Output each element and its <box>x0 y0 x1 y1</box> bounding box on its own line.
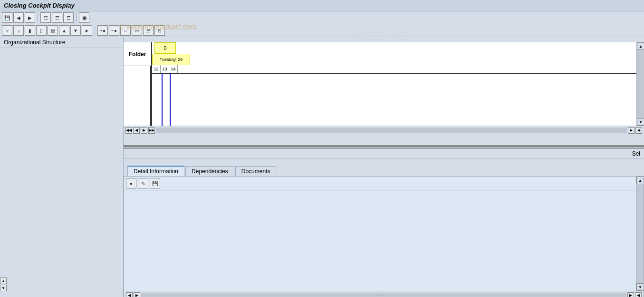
separator-1 <box>38 13 38 22</box>
calendar-area: 0 Tuesday, 26 12 13 14 <box>152 42 644 126</box>
detail-hscroll-right-end[interactable]: ▶ <box>627 292 634 297</box>
layout-button[interactable]: ▣ <box>79 12 89 23</box>
vscroll-up[interactable]: ▲ <box>637 42 644 50</box>
detail-display-button[interactable]: ● <box>126 178 136 188</box>
fit-button[interactable]: ↔ <box>120 25 131 36</box>
week-number-cell: 0 <box>154 42 176 54</box>
dots-top: · · · · · · · · · · · <box>124 37 644 42</box>
grid-section: · · · · · · · · · · · Folder 0 <box>124 37 644 147</box>
print-button[interactable]: ▮ <box>25 25 35 36</box>
day-numbers-row: 12 13 14 <box>152 65 178 73</box>
folder-column: Folder <box>124 42 152 126</box>
grid-hscroll: ◀◀ ◀ ▶ ▶▶ · · · · · · · ▶ ◀ <box>124 126 644 134</box>
more-button[interactable]: ► <box>82 25 92 36</box>
secondary-toolbar: ▿ ▵ ▮ ▯ ▤ ▲ ▼ ► +● −● ↔ ▿▿ ☰ ⎘ <box>0 24 644 37</box>
detail-content-area <box>124 190 644 291</box>
vscroll-down[interactable]: ▼ <box>637 118 644 126</box>
filter-expand-button[interactable]: ▿ <box>2 25 12 36</box>
org-structure-label: Organizational Structure <box>0 37 123 48</box>
header-divider <box>152 73 644 74</box>
folder-header: Folder <box>124 42 151 66</box>
tab-documents[interactable]: Documents <box>235 166 277 176</box>
detail-vscroll[interactable]: ▲ ▼ <box>636 177 644 291</box>
tab-dependencies[interactable]: Dependencies <box>185 166 234 176</box>
detail-hscroll-left-end[interactable]: ◀ <box>635 292 642 297</box>
detail-hscroll-track[interactable]: · · · · · · · <box>141 293 626 297</box>
filter-button[interactable]: ▿▿ <box>132 25 142 36</box>
main-area: Organizational Structure ▲ ▼ · · · · · ·… <box>0 37 644 297</box>
zoom-in-button[interactable]: +● <box>97 25 108 36</box>
export-button[interactable]: ▯ <box>36 25 47 36</box>
back-button[interactable]: ◀ <box>13 12 24 23</box>
tab-detail-information[interactable]: Detail Information <box>127 166 184 176</box>
left-panel: Organizational Structure ▲ ▼ <box>0 37 124 297</box>
tree-expand-button[interactable]: ☷ <box>40 12 51 23</box>
tab-content: ● ✎ 💾 ▲ ▼ ◀ ▶ <box>124 176 644 297</box>
separator-2 <box>76 13 77 22</box>
detail-vscroll-up[interactable]: ▲ <box>636 177 644 184</box>
filter-collapse-button[interactable]: ▵ <box>13 25 24 36</box>
detail-edit-button[interactable]: ✎ <box>138 178 148 188</box>
hscroll-track[interactable]: · · · · · · · <box>156 128 627 133</box>
day-12: 12 <box>152 65 161 73</box>
sel-label: Sel <box>632 150 640 157</box>
up-button[interactable]: ▲ <box>59 25 69 36</box>
dots-middle: · · · · · · · · · · · <box>124 158 644 164</box>
left-scroll-down[interactable]: ▼ <box>0 285 7 291</box>
detail-hscroll-dots: · · · · · · · <box>141 293 626 297</box>
app-title: Closing Cockpit Display <box>4 2 75 9</box>
hscroll-right-far[interactable]: ▶▶ <box>148 127 155 134</box>
mail-button[interactable]: ▤ <box>48 25 58 36</box>
detail-save-button[interactable]: 💾 <box>150 178 160 188</box>
main-toolbar: 💾 ◀ ▶ ☷ ☶ ☲ ▣ © www.tutorialkart.com <box>0 11 644 24</box>
blue-line-2 <box>170 73 171 126</box>
hscroll-right-end[interactable]: ▶ <box>628 127 634 134</box>
left-scroll-up[interactable]: ▲ <box>0 277 7 284</box>
grid-settings-button[interactable]: ☰ <box>143 25 154 36</box>
tab-bar: Detail Information Dependencies Document… <box>124 164 644 176</box>
status-bar: Sel <box>124 149 644 158</box>
day-14: 14 <box>169 65 178 73</box>
tree-collapse-button[interactable]: ☶ <box>52 12 62 23</box>
bottom-section: Detail Information Dependencies Document… <box>124 164 644 297</box>
center-column: · · · · · · · · · · · Folder 0 <box>124 37 644 297</box>
day-label-cell: Tuesday, 26 <box>152 54 190 65</box>
detail-vscroll-track[interactable] <box>636 184 644 283</box>
down-button[interactable]: ▼ <box>70 25 81 36</box>
forward-button[interactable]: ▶ <box>25 12 35 23</box>
title-bar: Closing Cockpit Display <box>0 0 644 11</box>
detail-vscroll-down[interactable]: ▼ <box>636 283 644 291</box>
calendar-button[interactable]: ⎘ <box>154 25 165 36</box>
save-button[interactable]: 💾 <box>2 12 12 23</box>
hscroll-left[interactable]: ◀ <box>133 127 140 134</box>
detail-toolbar: ● ✎ 💾 <box>124 177 644 190</box>
detail-hscroll-left[interactable]: ◀ <box>126 292 133 297</box>
zoom-out-button[interactable]: −● <box>109 25 119 36</box>
settings-button[interactable]: ☲ <box>63 12 74 23</box>
grid-area: Folder 0 Tuesday, 26 12 <box>124 42 644 126</box>
top-section-vscroll[interactable]: ▲ ▼ <box>636 42 644 126</box>
blue-line-1 <box>162 73 163 126</box>
hscroll-right[interactable]: ▶ <box>141 127 147 134</box>
hscroll-dots: · · · · · · · <box>156 128 627 133</box>
detail-hscroll: ◀ ▶ · · · · · · · ▶ ◀ <box>124 291 644 297</box>
separator-3 <box>95 26 95 35</box>
detail-hscroll-right[interactable]: ▶ <box>134 292 140 297</box>
vscroll-track[interactable] <box>637 50 644 118</box>
hscroll-left-far[interactable]: ◀◀ <box>125 127 132 134</box>
day-13: 13 <box>161 65 169 73</box>
hscroll-left-end[interactable]: ◀ <box>635 127 642 134</box>
